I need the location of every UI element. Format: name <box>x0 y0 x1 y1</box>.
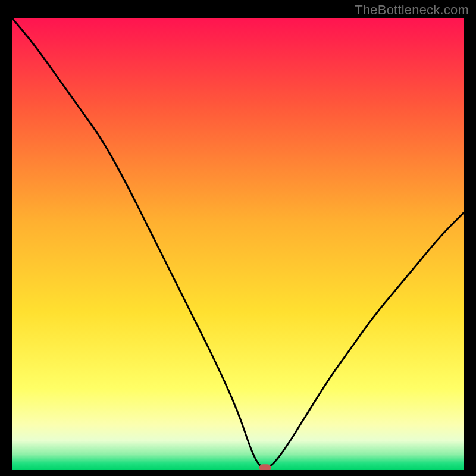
gradient-background <box>12 18 464 470</box>
plot-area <box>12 18 464 470</box>
bottleneck-chart-svg <box>12 18 464 470</box>
watermark-text: TheBottleneck.com <box>355 2 469 18</box>
optimal-point-marker <box>259 464 271 470</box>
chart-frame: TheBottleneck.com <box>0 0 476 476</box>
